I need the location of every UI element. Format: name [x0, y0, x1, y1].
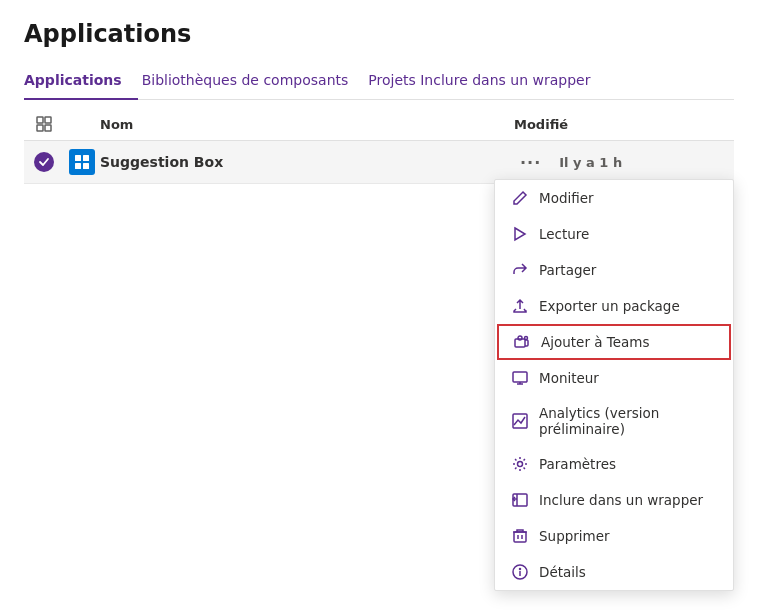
svg-rect-2: [37, 125, 43, 131]
menu-item-parametres[interactable]: Paramètres: [495, 446, 733, 482]
table-header: Nom Modifié: [24, 108, 734, 141]
play-icon: [511, 225, 529, 243]
menu-label-exporter: Exporter un package: [539, 298, 680, 314]
svg-point-21: [520, 569, 521, 570]
menu-label-partager: Partager: [539, 262, 596, 278]
menu-item-inclure[interactable]: Inclure dans un wrapper: [495, 482, 733, 518]
header-modified: Modifié: [514, 117, 734, 132]
row-modified: ··· Il y a 1 h: [514, 151, 734, 174]
monitor-icon: [511, 369, 529, 387]
menu-label-details: Détails: [539, 564, 586, 580]
menu-label-analytics: Analytics (version préliminaire): [539, 405, 717, 437]
svg-point-10: [518, 336, 522, 340]
menu-item-details[interactable]: Détails: [495, 554, 733, 590]
tab-libraries[interactable]: Bibliothèques de composants: [138, 64, 365, 100]
menu-label-inclure: Inclure dans un wrapper: [539, 492, 703, 508]
menu-item-analytics[interactable]: Analytics (version préliminaire): [495, 396, 733, 446]
share-icon: [511, 261, 529, 279]
menu-label-teams: Ajouter à Teams: [541, 334, 650, 350]
svg-marker-8: [515, 228, 525, 240]
row-check[interactable]: [24, 152, 64, 172]
menu-label-parametres: Paramètres: [539, 456, 616, 472]
header-name: Nom: [100, 117, 514, 132]
settings-icon: [511, 455, 529, 473]
menu-item-supprimer[interactable]: Supprimer: [495, 518, 733, 554]
menu-item-partager[interactable]: Partager: [495, 252, 733, 288]
menu-item-exporter[interactable]: Exporter un package: [495, 288, 733, 324]
header-check-col: [24, 116, 64, 132]
svg-rect-16: [514, 532, 526, 542]
row-app-name: Suggestion Box: [100, 154, 514, 170]
analytics-icon: [511, 412, 529, 430]
table-row: Suggestion Box ··· Il y a 1 h Modifier: [24, 141, 734, 184]
menu-item-modifier[interactable]: Modifier: [495, 180, 733, 216]
check-circle-icon: [34, 152, 54, 172]
menu-label-lecture: Lecture: [539, 226, 589, 242]
svg-rect-3: [45, 125, 51, 131]
tabs-bar: Applications Bibliothèques de composants…: [24, 64, 734, 100]
page-container: Applications Applications Bibliothèques …: [0, 0, 758, 204]
svg-rect-4: [75, 155, 81, 161]
wrap-icon: [511, 491, 529, 509]
edit-icon: [511, 189, 529, 207]
menu-item-lecture[interactable]: Lecture: [495, 216, 733, 252]
info-icon: [511, 563, 529, 581]
menu-item-moniteur[interactable]: Moniteur: [495, 360, 733, 396]
svg-rect-12: [513, 372, 527, 382]
svg-rect-6: [75, 163, 81, 169]
svg-point-14: [518, 462, 523, 467]
menu-label-modifier: Modifier: [539, 190, 594, 206]
svg-rect-0: [37, 117, 43, 123]
svg-rect-5: [83, 155, 89, 161]
context-menu: Modifier Lecture: [494, 179, 734, 591]
menu-label-moniteur: Moniteur: [539, 370, 599, 386]
page-title: Applications: [24, 20, 734, 48]
grid-icon: [24, 116, 64, 132]
more-options-button[interactable]: ···: [514, 151, 547, 174]
menu-item-teams[interactable]: Ajouter à Teams: [497, 324, 731, 360]
table-area: Nom Modifié: [24, 108, 734, 184]
menu-label-supprimer: Supprimer: [539, 528, 610, 544]
teams-icon: [513, 333, 531, 351]
tab-applications[interactable]: Applications: [24, 64, 138, 100]
export-icon: [511, 297, 529, 315]
svg-rect-7: [83, 163, 89, 169]
row-app-icon: [64, 149, 100, 175]
svg-rect-15: [513, 494, 527, 506]
modified-time: Il y a 1 h: [559, 155, 622, 170]
svg-point-11: [525, 337, 528, 340]
app-icon-box: [69, 149, 95, 175]
delete-icon: [511, 527, 529, 545]
tab-projects[interactable]: Projets Inclure dans un wrapper: [364, 64, 606, 100]
svg-rect-1: [45, 117, 51, 123]
